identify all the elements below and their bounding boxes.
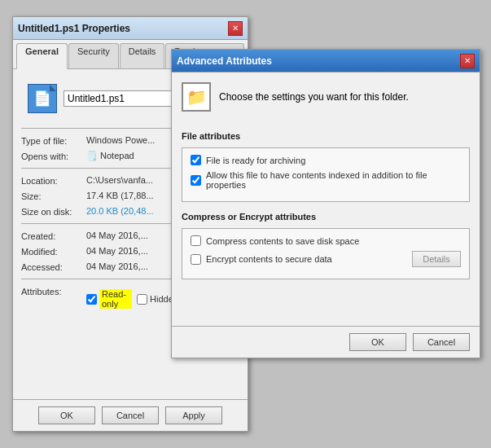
index-checkbox[interactable] [191,175,201,186]
advanced-header: 📁 Choose the settings you want for this … [182,82,470,120]
advanced-window-title: Advanced Attributes [177,55,272,67]
notepad-icon: 🗒️ [86,151,98,160]
advanced-header-text: Choose the settings you want for this fo… [219,91,409,103]
accessed-label: Accessed: [21,261,86,272]
advanced-attributes-window: Advanced Attributes ✕ 📁 Choose the setti… [171,49,480,358]
advanced-footer: OK Cancel [172,326,480,358]
advanced-close-button[interactable]: ✕ [460,54,475,68]
size-label: Size: [21,191,86,201]
advanced-content: 📁 Choose the settings you want for this … [172,72,480,299]
tab-security[interactable]: Security [68,43,119,68]
archive-checkbox[interactable] [191,155,201,165]
type-label: Type of file: [21,135,86,146]
advanced-cancel-button[interactable]: Cancel [413,333,470,351]
opens-label: Opens with: [21,151,86,161]
index-label: Allow this file to have contents indexed… [206,170,461,190]
main-cancel-button[interactable]: Cancel [102,406,159,424]
archive-label: File is ready for archiving [206,156,305,165]
modified-label: Modified: [21,246,86,257]
readonly-checkbox[interactable] [86,294,97,305]
advanced-folder-icon: 📁 [182,82,211,112]
compress-encrypt-box: Compress contents to save disk space Enc… [182,228,470,279]
advanced-ok-button[interactable]: OK [349,333,406,351]
advanced-title-bar: Advanced Attributes ✕ [172,50,480,72]
main-apply-button[interactable]: Apply [165,406,222,424]
tab-general[interactable]: General [16,43,68,69]
file-icon: 📄 [28,84,57,113]
encrypt-label: Encrypt contents to secure data [206,254,332,264]
main-footer: OK Cancel Apply [13,399,248,431]
size-disk-label: Size on disk: [21,206,86,217]
details-button[interactable]: Details [412,251,461,267]
location-label: Location: [21,175,86,186]
attributes-label: Attributes: [21,286,86,296]
readonly-text: Read-only [99,289,132,309]
encrypt-row: Encrypt contents to secure data Details [191,251,461,267]
hidden-checkbox[interactable] [137,294,147,305]
main-title-controls: ✕ [228,21,243,36]
index-row: Allow this file to have contents indexed… [191,170,461,190]
compress-encrypt-title: Compress or Encrypt attributes [182,212,470,222]
main-window-title: Untitled1.ps1 Properties [18,23,130,34]
file-attributes-box: File is ready for archiving Allow this f… [182,147,470,202]
compress-row: Compress contents to save disk space [191,235,461,246]
readonly-checkbox-label[interactable]: Read-only [86,289,132,309]
main-close-button[interactable]: ✕ [228,21,243,36]
compress-checkbox[interactable] [191,235,201,246]
encrypt-checkbox[interactable] [191,254,201,265]
compress-label: Compress contents to save disk space [206,236,359,246]
tab-details[interactable]: Details [120,43,165,68]
advanced-title-controls: ✕ [460,54,475,68]
main-ok-button[interactable]: OK [38,406,95,424]
archive-row: File is ready for archiving [191,155,461,165]
main-title-bar: Untitled1.ps1 Properties ✕ [13,17,248,40]
file-attributes-title: File attributes [182,131,470,141]
created-label: Created: [21,231,86,241]
